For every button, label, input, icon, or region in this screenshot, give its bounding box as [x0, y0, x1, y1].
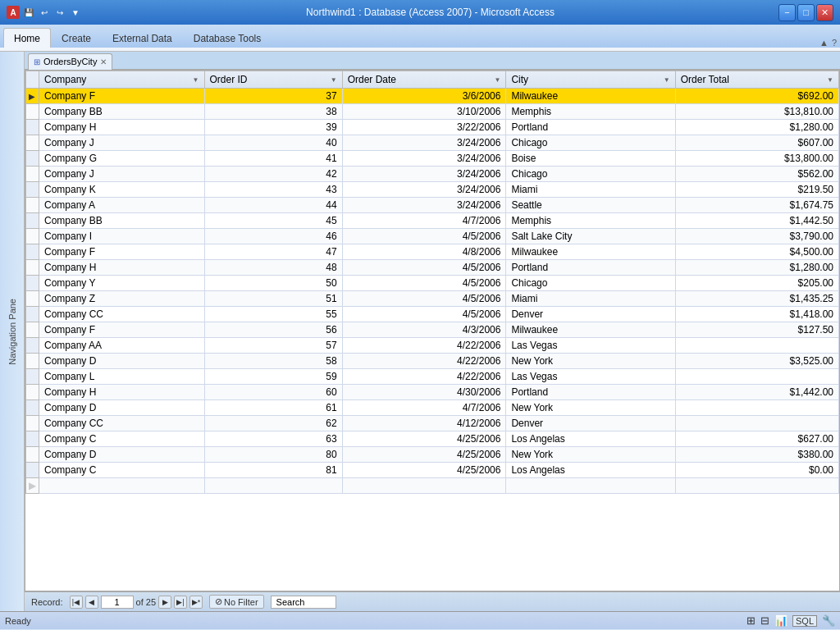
order-id-cell[interactable]: 62 [204, 416, 342, 431]
table-row[interactable]: Company BB454/7/2006Memphis$1,442.50 [26, 213, 839, 229]
company-cell[interactable]: Company G [39, 151, 205, 167]
city-cell[interactable]: Miami [506, 291, 675, 307]
order-total-cell[interactable]: $607.00 [675, 135, 838, 151]
order-id-cell[interactable]: 47 [204, 244, 342, 260]
order-total-cell[interactable]: $562.00 [675, 167, 838, 182]
tab-database-tools[interactable]: Database Tools [183, 28, 272, 48]
prev-record-btn[interactable]: ◀ [85, 596, 98, 609]
order-id-cell[interactable]: 57 [204, 338, 342, 354]
new-row-cell[interactable] [204, 478, 342, 494]
city-cell[interactable]: New York [506, 447, 675, 463]
city-cell[interactable]: New York [506, 400, 675, 416]
order-total-cell[interactable] [675, 338, 838, 354]
company-cell[interactable]: Company F [39, 244, 205, 260]
order-date-cell[interactable]: 4/5/2006 [342, 260, 506, 276]
order-total-cell[interactable]: $1,442.50 [675, 213, 838, 229]
column-header-order-date[interactable]: Order Date ▼ [342, 71, 506, 89]
company-cell[interactable]: Company Z [39, 291, 205, 307]
city-cell[interactable]: Memphis [506, 104, 675, 120]
design-view-icon[interactable]: 🔧 [822, 614, 835, 627]
company-cell[interactable]: Company BB [39, 104, 205, 120]
order-total-cell[interactable]: $13,800.00 [675, 151, 838, 167]
row-selector[interactable] [26, 276, 39, 291]
navigation-pane[interactable]: Navigation Pane [0, 52, 25, 611]
company-cell[interactable]: Company K [39, 182, 205, 198]
row-selector[interactable] [26, 291, 39, 307]
company-cell[interactable]: Company A [39, 198, 205, 213]
city-cell[interactable]: Denver [506, 307, 675, 322]
city-cell[interactable]: Milwaukee [506, 89, 675, 104]
order-id-cell[interactable]: 61 [204, 400, 342, 416]
company-cell[interactable]: Company L [39, 369, 205, 385]
city-cell[interactable]: Los Angelas [506, 431, 675, 447]
table-row[interactable]: Company L594/22/2006Las Vegas [26, 369, 839, 385]
company-cell[interactable]: Company D [39, 400, 205, 416]
pivot-table-icon[interactable]: ⊟ [760, 614, 769, 627]
order-id-sort-arrow[interactable]: ▼ [331, 76, 337, 84]
help-btn[interactable]: ? [832, 38, 837, 48]
company-cell[interactable]: Company J [39, 135, 205, 151]
table-row[interactable]: Company C814/25/2006Los Angelas$0.00 [26, 463, 839, 478]
order-date-cell[interactable]: 4/22/2006 [342, 369, 506, 385]
order-date-cell[interactable]: 3/24/2006 [342, 182, 506, 198]
order-total-cell[interactable]: $1,280.00 [675, 260, 838, 276]
table-row[interactable]: Company H484/5/2006Portland$1,280.00 [26, 260, 839, 276]
company-cell[interactable]: Company BB [39, 213, 205, 229]
table-row[interactable]: Company Y504/5/2006Chicago$205.00 [26, 276, 839, 291]
order-total-cell[interactable]: $219.50 [675, 182, 838, 198]
company-cell[interactable]: Company F [39, 322, 205, 338]
company-cell[interactable]: Company D [39, 354, 205, 369]
orders-by-city-tab[interactable]: ⊞ OrdersByCity ✕ [28, 53, 112, 70]
order-date-cell[interactable]: 3/6/2006 [342, 89, 506, 104]
first-record-btn[interactable]: |◀ [70, 596, 83, 609]
column-header-order-total[interactable]: Order Total ▼ [675, 71, 838, 89]
new-record-btn[interactable]: ▶* [189, 596, 203, 609]
city-cell[interactable]: Denver [506, 416, 675, 431]
city-cell[interactable]: Seattle [506, 198, 675, 213]
row-selector[interactable] [26, 431, 39, 447]
current-record-input[interactable] [101, 596, 134, 609]
table-row[interactable]: Company CC624/12/2006Denver [26, 416, 839, 431]
order-total-cell[interactable]: $1,435.25 [675, 291, 838, 307]
chart-view-icon[interactable]: 📊 [774, 614, 788, 627]
row-selector[interactable] [26, 182, 39, 198]
order-total-cell[interactable]: $205.00 [675, 276, 838, 291]
table-row[interactable]: Company G413/24/2006Boise$13,800.00 [26, 151, 839, 167]
city-cell[interactable]: Salt Lake City [506, 229, 675, 244]
order-id-cell[interactable]: 48 [204, 260, 342, 276]
next-record-btn[interactable]: ▶ [158, 596, 171, 609]
order-id-cell[interactable]: 81 [204, 463, 342, 478]
company-cell[interactable]: Company J [39, 167, 205, 182]
table-row[interactable]: Company CC554/5/2006Denver$1,418.00 [26, 307, 839, 322]
row-selector[interactable] [26, 385, 39, 400]
table-row[interactable]: Company I464/5/2006Salt Lake City$3,790.… [26, 229, 839, 244]
order-id-cell[interactable]: 55 [204, 307, 342, 322]
new-row-cell[interactable] [506, 478, 675, 494]
no-filter-button[interactable]: ⊘ No Filter [209, 595, 264, 609]
table-row[interactable]: Company Z514/5/2006Miami$1,435.25 [26, 291, 839, 307]
city-cell[interactable]: Portland [506, 260, 675, 276]
order-id-cell[interactable]: 80 [204, 447, 342, 463]
table-row[interactable]: Company D614/7/2006New York [26, 400, 839, 416]
order-date-cell[interactable]: 3/24/2006 [342, 135, 506, 151]
order-date-cell[interactable]: 4/7/2006 [342, 400, 506, 416]
row-selector[interactable] [26, 369, 39, 385]
order-date-cell[interactable]: 4/22/2006 [342, 338, 506, 354]
order-date-cell[interactable]: 3/24/2006 [342, 167, 506, 182]
table-row[interactable]: Company K433/24/2006Miami$219.50 [26, 182, 839, 198]
last-record-btn[interactable]: ▶| [174, 596, 187, 609]
order-id-cell[interactable]: 46 [204, 229, 342, 244]
table-row[interactable]: Company F474/8/2006Milwaukee$4,500.00 [26, 244, 839, 260]
company-cell[interactable]: Company D [39, 447, 205, 463]
datasheet-container[interactable]: Company ▼ Order ID ▼ Ord [25, 70, 840, 591]
new-row-cell[interactable] [342, 478, 506, 494]
city-cell[interactable]: Milwaukee [506, 322, 675, 338]
city-cell[interactable]: Los Angelas [506, 463, 675, 478]
company-cell[interactable]: Company H [39, 120, 205, 135]
order-id-cell[interactable]: 60 [204, 385, 342, 400]
tab-create[interactable]: Create [51, 28, 102, 48]
order-id-cell[interactable]: 37 [204, 89, 342, 104]
company-cell[interactable]: Company H [39, 385, 205, 400]
table-row[interactable]: Company H604/30/2006Portland$1,442.00 [26, 385, 839, 400]
city-cell[interactable]: Portland [506, 385, 675, 400]
